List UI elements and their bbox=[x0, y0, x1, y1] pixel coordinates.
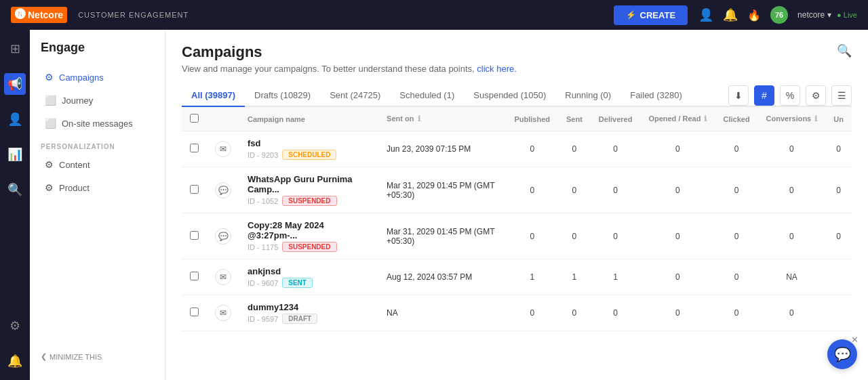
sidebar-item-label: Campaigns bbox=[59, 72, 104, 83]
row-checkbox[interactable] bbox=[190, 308, 199, 316]
conversions-count: 0 bbox=[758, 167, 826, 213]
tab-sent[interactable]: Sent (24725) bbox=[320, 85, 390, 107]
filter-button[interactable]: ☰ bbox=[831, 85, 852, 106]
published-count: 0 bbox=[506, 213, 558, 259]
click-here-link[interactable]: click here. bbox=[477, 64, 517, 74]
percent-button[interactable]: % bbox=[780, 85, 800, 106]
table-row: ✉ dummy1234 ID - 9597 DRAFT NA 0 0 0 0 0… bbox=[182, 295, 852, 331]
un-count: 0 bbox=[825, 131, 852, 167]
user-menu[interactable]: netcore ▾ ● Live bbox=[797, 10, 857, 20]
fire-icon[interactable]: 🔥 bbox=[747, 9, 761, 22]
channel-icon: 💬 bbox=[215, 228, 231, 245]
rail-person-icon[interactable]: 👤 bbox=[4, 108, 26, 130]
logo: 🅝 Netcore bbox=[11, 7, 67, 23]
delivered-count: 0 bbox=[591, 295, 641, 331]
sidebar-item-label: On-site messages bbox=[62, 119, 133, 129]
campaign-name[interactable]: ankjnsd bbox=[248, 266, 370, 276]
published-count: 0 bbox=[506, 295, 558, 331]
create-button[interactable]: CREATE bbox=[614, 5, 688, 25]
channel-icon: ✉ bbox=[215, 141, 231, 157]
un-count bbox=[825, 295, 852, 331]
row-checkbox[interactable] bbox=[190, 231, 199, 240]
tab-scheduled[interactable]: Scheduled (1) bbox=[390, 85, 464, 107]
tabs-actions: ⬇ # % ⚙ ☰ bbox=[728, 85, 852, 106]
status-badge: SUSPENDED bbox=[282, 242, 336, 252]
opened-count: 0 bbox=[640, 167, 715, 213]
settings-button[interactable]: ⚙ bbox=[806, 85, 826, 106]
conversions-info-icon: ℹ bbox=[814, 114, 817, 123]
tab-running[interactable]: Running (0) bbox=[555, 85, 620, 107]
search-icon[interactable]: 🔍 bbox=[837, 43, 852, 58]
sent-count: 0 bbox=[558, 167, 591, 213]
sidebar-item-onsite[interactable]: ⬜ On-site messages bbox=[34, 112, 161, 135]
tab-drafts[interactable]: Drafts (10829) bbox=[245, 85, 320, 107]
sent-count: 0 bbox=[558, 295, 591, 331]
col-opened: Opened / Read ℹ bbox=[640, 107, 715, 131]
rail-grid-icon[interactable]: ⊞ bbox=[4, 38, 26, 60]
product-icon: ⚙ bbox=[45, 182, 54, 193]
user-name: netcore bbox=[797, 10, 825, 20]
campaigns-table: Campaign name Sent on ℹ Published Sent D… bbox=[182, 107, 852, 331]
status-badge: SENT bbox=[282, 278, 313, 288]
col-campaign-name: Campaign name bbox=[239, 107, 378, 131]
sidebar-item-campaigns[interactable]: ⚙ Campaigns bbox=[34, 66, 161, 89]
user-icon[interactable]: 👤 bbox=[698, 7, 713, 22]
sent-count: 1 bbox=[558, 259, 591, 295]
campaign-meta: ID - 9203 SCHEDULED bbox=[248, 150, 370, 160]
un-count bbox=[825, 259, 852, 295]
rail-settings-icon[interactable]: ⚙ bbox=[4, 315, 26, 337]
rail-chart-icon[interactable]: 📊 bbox=[4, 144, 26, 165]
row-checkbox[interactable] bbox=[190, 144, 199, 152]
campaign-name[interactable]: dummy1234 bbox=[248, 302, 370, 312]
rail-alert-icon[interactable]: 🔔 bbox=[4, 350, 26, 372]
icon-rail: ⊞ 📢 👤 📊 🔍 ⚙ 🔔 bbox=[0, 30, 30, 380]
sidebar-item-product[interactable]: ⚙ Product bbox=[34, 176, 161, 199]
delivered-count: 1 bbox=[591, 259, 641, 295]
campaigns-table-wrapper: Campaign name Sent on ℹ Published Sent D… bbox=[182, 107, 852, 380]
campaign-name[interactable]: fsd bbox=[248, 138, 370, 148]
rail-megaphone-icon[interactable]: 📢 bbox=[4, 73, 26, 95]
row-checkbox[interactable] bbox=[190, 272, 199, 280]
tab-suspended[interactable]: Suspended (1050) bbox=[464, 85, 555, 107]
rail-search-icon[interactable]: 🔍 bbox=[4, 179, 26, 200]
hash-button[interactable]: # bbox=[754, 85, 774, 106]
tab-failed[interactable]: Failed (3280) bbox=[620, 85, 692, 107]
status-badge: DRAFT bbox=[282, 314, 317, 324]
select-all-checkbox[interactable] bbox=[190, 114, 199, 123]
campaign-id: ID - 9607 bbox=[248, 279, 278, 287]
section-label: CUSTOMER ENGAGEMENT bbox=[78, 11, 189, 19]
sidebar-item-content[interactable]: ⚙ Content bbox=[34, 153, 161, 176]
status-badge: SCHEDULED bbox=[282, 150, 336, 160]
download-button[interactable]: ⬇ bbox=[728, 85, 749, 106]
campaign-id: ID - 9597 bbox=[248, 315, 278, 323]
chevron-left-icon: ❮ bbox=[41, 352, 47, 361]
delivered-count: 0 bbox=[591, 167, 641, 213]
live-status: ● Live bbox=[837, 11, 857, 19]
top-nav: 🅝 Netcore CUSTOMER ENGAGEMENT CREATE 👤 🔔… bbox=[0, 0, 868, 30]
opened-count: 0 bbox=[640, 295, 715, 331]
opened-count: 0 bbox=[640, 213, 715, 259]
logo-text: Netcore bbox=[28, 9, 63, 20]
sent-on-info-icon: ℹ bbox=[418, 114, 420, 123]
row-checkbox[interactable] bbox=[190, 185, 199, 194]
page-title: Campaigns bbox=[182, 43, 517, 61]
sent-on: Mar 31, 2029 01:45 PM (GMT +05:30) bbox=[378, 167, 506, 213]
campaign-name[interactable]: WhatsApp Guru Purnima Camp... bbox=[248, 174, 370, 194]
delivered-count: 0 bbox=[591, 131, 641, 167]
chat-bubble[interactable]: 💬 bbox=[827, 339, 857, 369]
sidebar: Engage ⚙ Campaigns ⬜ Journey ⬜ On-site m… bbox=[30, 30, 165, 380]
table-row: 💬 WhatsApp Guru Purnima Camp... ID - 105… bbox=[182, 167, 852, 213]
conversions-count: NA bbox=[758, 259, 826, 295]
campaign-meta: ID - 9597 DRAFT bbox=[248, 314, 370, 324]
delivered-count: 0 bbox=[591, 213, 641, 259]
sidebar-item-journey[interactable]: ⬜ Journey bbox=[34, 89, 161, 112]
col-clicked: Clicked bbox=[715, 107, 757, 131]
col-un: Un bbox=[825, 107, 852, 131]
bell-icon[interactable]: 🔔 bbox=[723, 7, 738, 22]
col-published: Published bbox=[506, 107, 558, 131]
campaign-name[interactable]: Copy:28 May 2024 @3:27pm-... bbox=[248, 220, 370, 240]
notification-badge[interactable]: 76 bbox=[770, 6, 788, 24]
tab-all[interactable]: All (39897) bbox=[182, 85, 245, 107]
minimize-button[interactable]: ❮ MINIMIZE THIS bbox=[41, 352, 154, 361]
clicked-count: 0 bbox=[715, 167, 757, 213]
